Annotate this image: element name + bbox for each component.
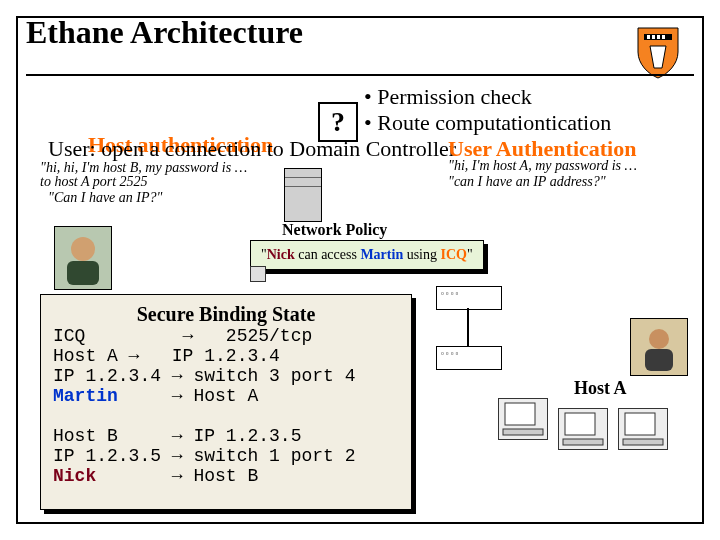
network-policy-box: "Nick can access Martin using ICQ" xyxy=(250,240,484,270)
slide-frame: Ethane Architecture • Permission check •… xyxy=(16,16,704,524)
svg-rect-10 xyxy=(563,439,603,445)
policy-mid1: can access xyxy=(295,247,361,262)
binding-body2: Host B → IP 1.2.3.5 IP 1.2.3.5 → switch … xyxy=(53,406,399,466)
svg-point-5 xyxy=(649,329,669,349)
question-box: ? xyxy=(318,102,358,142)
svg-rect-3 xyxy=(657,35,660,39)
svg-rect-7 xyxy=(505,403,535,425)
binding-nick: Nick xyxy=(53,466,172,486)
policy-icq: ICQ xyxy=(441,247,467,262)
domain-controller-icon xyxy=(284,168,322,222)
can-ip-right-text: "can I have an IP address?" xyxy=(448,174,606,190)
binding-header: Secure Binding State xyxy=(53,303,399,326)
binding-body1: ICQ → 2525/tcp Host A → IP 1.2.3.4 IP 1.… xyxy=(53,326,399,386)
policy-martin: Martin xyxy=(360,247,403,262)
svg-rect-6 xyxy=(645,349,673,371)
question-mark-icon: ? xyxy=(331,106,345,138)
svg-rect-9 xyxy=(565,413,595,435)
svg-rect-14 xyxy=(67,261,99,285)
to-host-a-text: to host A port 2525 xyxy=(40,174,148,190)
svg-rect-12 xyxy=(623,439,663,445)
binding-nick-map: → Host B xyxy=(172,466,258,486)
host-a-photo xyxy=(630,318,688,376)
svg-point-13 xyxy=(71,237,95,261)
floppy-icon xyxy=(250,266,266,282)
can-ip-left-text: "Can I have an IP?" xyxy=(48,190,162,206)
host-a-pw-text: "hi, I'm host A, my password is … xyxy=(448,158,637,174)
svg-rect-1 xyxy=(647,35,650,39)
university-shield-icon xyxy=(634,24,682,80)
title-divider xyxy=(26,74,694,76)
svg-rect-11 xyxy=(625,413,655,435)
svg-rect-8 xyxy=(503,429,543,435)
binding-martin-map: → Host A xyxy=(118,386,258,406)
host-a-label: Host A xyxy=(574,378,627,399)
svg-rect-4 xyxy=(662,35,665,39)
policy-nick: Nick xyxy=(267,247,295,262)
link-line-right xyxy=(467,308,469,346)
bullet-permission: • Permission check xyxy=(364,84,532,110)
slide-title: Ethane Architecture xyxy=(26,14,303,51)
binding-martin: Martin xyxy=(53,386,118,406)
pc-right-2 xyxy=(558,408,608,450)
policy-post: " xyxy=(467,247,473,262)
switch-ports-top: ▫▫▫▫ xyxy=(437,287,501,300)
bullet-route-suffix: tication xyxy=(545,110,611,135)
network-policy-label: Network Policy xyxy=(282,221,387,239)
binding-martin-row: Martin → Host A xyxy=(53,386,399,406)
switch-ports-bottom: ▫▫▫▫ xyxy=(437,347,501,360)
bullet-route-row: • Route computationtication xyxy=(364,110,611,136)
policy-mid2: using xyxy=(403,247,440,262)
switch-right: ▫▫▫▫ xyxy=(436,286,502,310)
svg-rect-2 xyxy=(652,35,655,39)
binding-state-box: Secure Binding State ICQ → 2525/tcp Host… xyxy=(40,294,412,510)
pc-right-1 xyxy=(498,398,548,440)
open-connection-text: User: open a connection to Domain Contro… xyxy=(48,136,456,162)
nick-photo xyxy=(54,226,112,290)
bullet-route-text: • Route computation xyxy=(364,110,545,135)
switch-right-2: ▫▫▫▫ xyxy=(436,346,502,370)
pc-right-3 xyxy=(618,408,668,450)
binding-nick-row: Nick → Host B xyxy=(53,466,399,486)
